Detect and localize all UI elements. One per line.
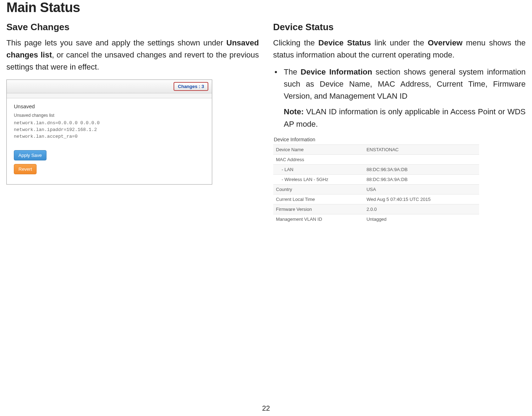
cell-key: Firmware Version [273, 204, 364, 214]
device-information-title: Device Information [273, 135, 479, 144]
cell-value: 88:DC:96:3A:9A:DB [364, 164, 479, 174]
save-changes-screenshot: Changes : 3 Unsaved Unsaved changes list… [6, 80, 212, 185]
right-column: Device Status Clicking the Device Status… [273, 22, 526, 224]
divider [7, 93, 212, 98]
device-information-screenshot: Device Information Device Name ENSTATION… [273, 135, 479, 224]
cell-key: MAC Address [273, 154, 364, 164]
device-status-lead: Clicking the Device Status link under th… [273, 37, 526, 61]
cell-key: Device Name [273, 144, 364, 154]
screenshot-body: Unsaved Unsaved changes list network.lan… [7, 98, 212, 184]
page-number: 22 [0, 404, 532, 412]
list-item: The Device Information section shows gen… [273, 66, 526, 102]
device-status-bold: Device Status [318, 38, 371, 47]
apply-save-button[interactable]: Apply Save [14, 150, 46, 160]
unsaved-changes-pre: network.lan.dns=0.0.0.0 0.0.0.0 network.… [14, 120, 205, 140]
cell-key: Management VLAN ID [273, 214, 364, 224]
text: This page lets you save and apply the se… [6, 38, 226, 47]
text: The [284, 67, 301, 76]
save-changes-paragraph: This page lets you save and apply the se… [6, 37, 259, 73]
screenshot-topbar: Changes : 3 [7, 80, 212, 93]
table-row: Management VLAN ID Untagged [273, 214, 479, 224]
left-column: Save Changes This page lets you save and… [6, 22, 259, 224]
cell-value: ENSTATIONAC [364, 144, 479, 154]
table-row: Current Local Time Wed Aug 5 07:40:15 UT… [273, 194, 479, 204]
table-row: Firmware Version 2.0.0 [273, 204, 479, 214]
cell-value: 2.0.0 [364, 204, 479, 214]
table-row: - LAN 88:DC:96:3A:9A:DB [273, 164, 479, 174]
note-label: Note: [284, 107, 304, 116]
cell-value: Untagged [364, 214, 479, 224]
cell-value: USA [364, 184, 479, 194]
two-column-layout: Save Changes This page lets you save and… [6, 22, 526, 224]
unsaved-list-label: Unsaved changes list [14, 113, 205, 118]
document-page: Main Status Save Changes This page lets … [0, 0, 532, 416]
table-row: Device Name ENSTATIONAC [273, 144, 479, 154]
cell-key: - Wireless LAN - 5GHz [273, 174, 364, 184]
table-row: Country USA [273, 184, 479, 194]
table-row: - Wireless LAN - 5GHz 88:DC:96:3A:9A:DB [273, 174, 479, 184]
cell-key: Country [273, 184, 364, 194]
text: Clicking the [273, 38, 319, 47]
cell-key: - LAN [273, 164, 364, 174]
revert-button[interactable]: Revert [14, 164, 37, 174]
cell-key: Current Local Time [273, 194, 364, 204]
note-paragraph: Note: VLAN ID information is only applic… [273, 106, 526, 130]
bullet-list: The Device Information section shows gen… [273, 66, 526, 102]
pre-line: network.lan.ipaddr=192.168.1.2 [14, 127, 97, 132]
save-changes-heading: Save Changes [6, 22, 259, 33]
cell-value [364, 154, 479, 164]
unsaved-heading: Unsaved [14, 103, 205, 109]
page-title: Main Status [6, 0, 526, 15]
overview-bold: Overview [428, 38, 462, 47]
device-information-table: Device Name ENSTATIONAC MAC Address - LA… [273, 144, 479, 224]
pre-line: network.lan.accept_ra=0 [14, 134, 77, 139]
text: link under the [371, 38, 428, 47]
device-status-heading: Device Status [273, 22, 526, 33]
note-text: VLAN ID information is only applicable i… [284, 107, 526, 128]
table-row: MAC Address [273, 154, 479, 164]
device-information-bold: Device Information [301, 67, 372, 76]
pre-line: network.lan.dns=0.0.0.0 0.0.0.0 [14, 120, 100, 126]
cell-value: Wed Aug 5 07:40:15 UTC 2015 [364, 194, 479, 204]
changes-count-button[interactable]: Changes : 3 [174, 82, 208, 91]
cell-value: 88:DC:96:3A:9A:DB [364, 174, 479, 184]
